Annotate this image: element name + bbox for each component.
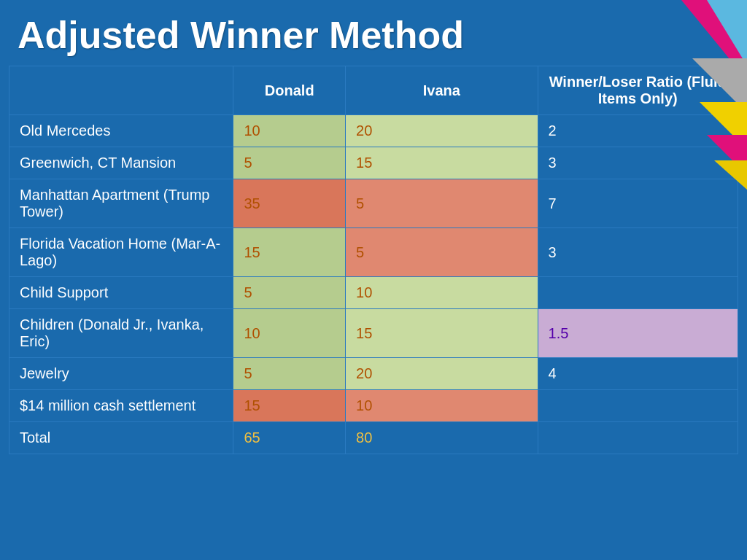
cell-ivana: 20 bbox=[346, 115, 538, 147]
table-row: Children (Donald Jr., Ivanka, Eric)10151… bbox=[9, 309, 738, 358]
cell-ivana: 20 bbox=[346, 358, 538, 390]
cell-donald: 10 bbox=[233, 115, 346, 147]
cell-item: Child Support bbox=[9, 277, 233, 309]
cell-ivana: 5 bbox=[346, 228, 538, 277]
col-header-item bbox=[9, 66, 233, 115]
cell-ratio bbox=[538, 277, 738, 309]
cell-donald: 5 bbox=[233, 358, 346, 390]
cell-donald: 65 bbox=[233, 422, 346, 454]
tri-yellow2 bbox=[714, 160, 747, 190]
cell-donald: 35 bbox=[233, 179, 346, 228]
tri-blue-light bbox=[707, 0, 747, 66]
table-row: Child Support510 bbox=[9, 277, 738, 309]
cell-item: Total bbox=[9, 422, 233, 454]
cell-ivana: 10 bbox=[346, 390, 538, 422]
col-header-ivana: Ivana bbox=[346, 66, 538, 115]
table-row: $14 million cash settlement1510 bbox=[9, 390, 738, 422]
cell-ivana: 5 bbox=[346, 179, 538, 228]
table-row: Jewelry5204 bbox=[9, 358, 738, 390]
cell-donald: 15 bbox=[233, 390, 346, 422]
cell-item: $14 million cash settlement bbox=[9, 390, 233, 422]
cell-item: Children (Donald Jr., Ivanka, Eric) bbox=[9, 309, 233, 358]
cell-donald: 5 bbox=[233, 147, 346, 179]
cell-item: Jewelry bbox=[9, 358, 233, 390]
cell-ivana: 10 bbox=[346, 277, 538, 309]
cell-ivana: 15 bbox=[346, 309, 538, 358]
table-row: Total6580 bbox=[9, 422, 738, 454]
table-body: Old Mercedes10202Greenwich, CT Mansion51… bbox=[9, 115, 738, 454]
col-header-donald: Donald bbox=[233, 66, 346, 115]
cell-ratio: 7 bbox=[538, 179, 738, 228]
table-row: Florida Vacation Home (Mar-A-Lago)1553 bbox=[9, 228, 738, 277]
cell-item: Greenwich, CT Mansion bbox=[9, 147, 233, 179]
cell-ratio: 1.5 bbox=[538, 309, 738, 358]
cell-ratio bbox=[538, 390, 738, 422]
cell-ratio: 4 bbox=[538, 358, 738, 390]
cell-donald: 15 bbox=[233, 228, 346, 277]
cell-donald: 10 bbox=[233, 309, 346, 358]
cell-item: Manhattan Apartment (Trump Tower) bbox=[9, 179, 233, 228]
cell-ratio bbox=[538, 422, 738, 454]
cell-item: Old Mercedes bbox=[9, 115, 233, 147]
table-row: Manhattan Apartment (Trump Tower)3557 bbox=[9, 179, 738, 228]
cell-ratio: 3 bbox=[538, 228, 738, 277]
cell-ivana: 15 bbox=[346, 147, 538, 179]
cell-donald: 5 bbox=[233, 277, 346, 309]
corner-decoration bbox=[623, 0, 747, 160]
cell-ivana: 80 bbox=[346, 422, 538, 454]
cell-item: Florida Vacation Home (Mar-A-Lago) bbox=[9, 228, 233, 277]
